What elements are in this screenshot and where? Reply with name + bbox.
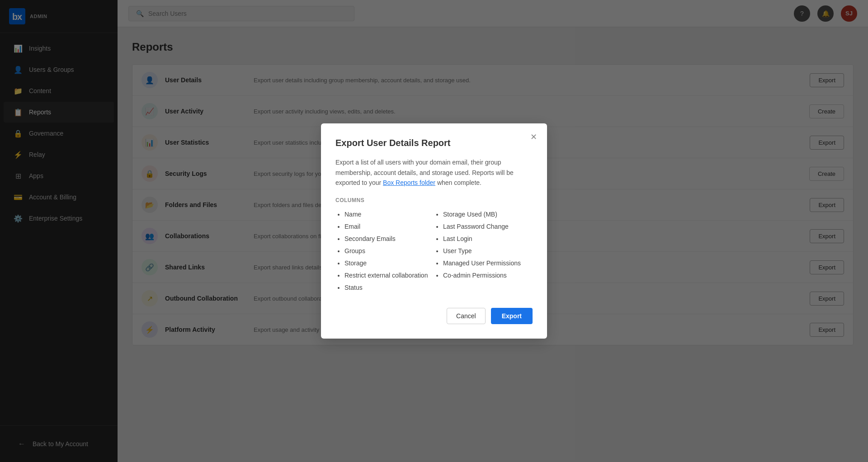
modal-close-button[interactable]: ✕ — [527, 131, 540, 143]
column-name: Name — [344, 210, 434, 219]
columns-section-label: COLUMNS — [335, 197, 533, 203]
column-groups: Groups — [344, 246, 434, 256]
column-secondary-emails: Secondary Emails — [344, 234, 434, 244]
box-reports-folder-link[interactable]: Box Reports folder — [383, 179, 435, 186]
column-status: Status — [344, 283, 434, 292]
modal-desc-part2: when complete. — [435, 179, 481, 186]
column-last-password-change: Last Password Change — [443, 222, 533, 231]
export-button[interactable]: Export — [491, 308, 533, 324]
column-storage-used: Storage Used (MB) — [443, 210, 533, 219]
modal-actions: Cancel Export — [335, 308, 533, 324]
cancel-button[interactable]: Cancel — [447, 308, 486, 324]
column-user-type: User Type — [443, 246, 533, 256]
export-user-details-modal: ✕ Export User Details Report Export a li… — [321, 123, 547, 338]
columns-right-list: Storage Used (MB) Last Password Change L… — [434, 210, 533, 295]
modal-overlay[interactable]: ✕ Export User Details Report Export a li… — [0, 0, 868, 462]
column-last-login: Last Login — [443, 234, 533, 244]
modal-title: Export User Details Report — [335, 138, 533, 148]
column-email: Email — [344, 222, 434, 231]
columns-left-list: Name Email Secondary Emails Groups Stora… — [335, 210, 434, 295]
column-co-admin-permissions: Co-admin Permissions — [443, 271, 533, 280]
column-restrict-external: Restrict external collaboration — [344, 271, 434, 280]
column-managed-user-permissions: Managed User Permissions — [443, 259, 533, 268]
modal-description: Export a list of all users with your dom… — [335, 157, 533, 188]
column-storage: Storage — [344, 259, 434, 268]
columns-grid: Name Email Secondary Emails Groups Stora… — [335, 210, 533, 295]
